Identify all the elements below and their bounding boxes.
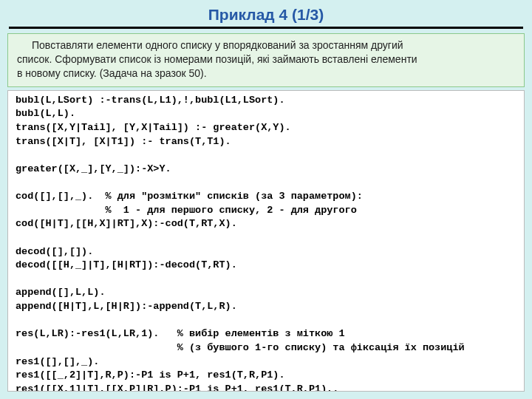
problem-line-1: Повставляти елементи одного списку у впо… <box>17 38 515 52</box>
problem-line-2: список. Сформувати список із номерами по… <box>17 52 515 66</box>
problem-line-3: в новому списку. (Задача на зразок 50). <box>17 66 515 81</box>
title-underline <box>9 27 523 29</box>
code-block: bubl(L,LSort) :-trans(L,L1),!,bubl(L1,LS… <box>7 90 525 392</box>
problem-statement: Повставляти елементи одного списку у впо… <box>7 33 525 87</box>
slide-title: Приклад 4 (1/3) <box>0 0 532 27</box>
slide-container: Приклад 4 (1/3) Повставляти елементи одн… <box>0 0 532 399</box>
